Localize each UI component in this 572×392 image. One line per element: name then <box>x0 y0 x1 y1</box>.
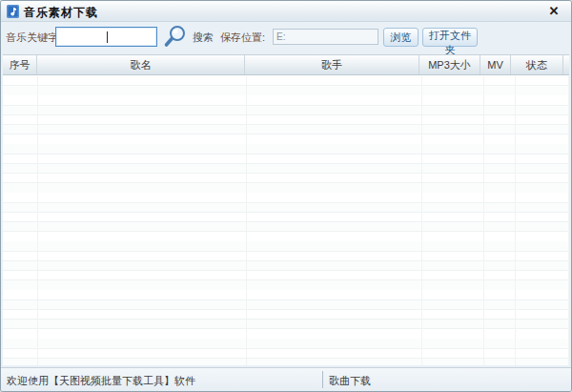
open-folder-button[interactable]: 打开文件夹 <box>422 28 478 47</box>
status-bar: 欢迎使用【天图视频批量下载工具】软件 歌曲下载 <box>1 367 571 391</box>
browse-button[interactable]: 浏览 <box>383 28 419 47</box>
status-welcome-text: 欢迎使用【天图视频批量下载工具】软件 <box>7 374 195 388</box>
window-title: 音乐素材下载 <box>24 5 98 21</box>
column-header-song-name[interactable]: 歌名 <box>37 55 245 74</box>
column-gridline <box>37 76 38 365</box>
column-header-index[interactable]: 序号 <box>3 55 37 74</box>
column-header-status[interactable]: 状态 <box>511 55 563 74</box>
status-download-text: 歌曲下载 <box>329 374 371 388</box>
column-header-filler <box>563 55 569 74</box>
column-header-mp3-size[interactable]: MP3大小 <box>419 55 480 74</box>
column-header-mv[interactable]: MV <box>480 55 511 74</box>
column-gridline <box>515 76 516 365</box>
text-caret <box>107 31 108 43</box>
table-body <box>3 76 569 365</box>
save-path-field[interactable]: E: <box>273 29 378 45</box>
app-window: 音乐素材下载 ✕ 音乐关键字: 搜索 保存位置: E: 浏览 打开文件夹 序号歌… <box>0 0 572 392</box>
column-gridline <box>483 76 484 365</box>
column-gridline <box>246 76 247 365</box>
close-button[interactable]: ✕ <box>545 3 562 20</box>
app-icon <box>7 5 19 18</box>
search-button[interactable]: 搜索 <box>193 31 214 45</box>
status-divider <box>322 371 323 388</box>
keyword-input[interactable] <box>55 27 157 47</box>
table-header: 序号歌名歌手MP3大小MV状态 <box>3 55 569 75</box>
column-gridline <box>568 76 569 365</box>
save-location-label: 保存位置: <box>220 31 265 45</box>
keyword-label: 音乐关键字: <box>6 31 61 45</box>
column-gridline <box>421 76 422 365</box>
title-bar: 音乐素材下载 ✕ <box>1 1 571 22</box>
song-table: 序号歌名歌手MP3大小MV状态 <box>3 54 569 365</box>
toolbar: 音乐关键字: 搜索 保存位置: E: 浏览 打开文件夹 <box>1 23 571 54</box>
search-magnifier-icon[interactable] <box>161 24 190 50</box>
column-header-artist[interactable]: 歌手 <box>245 55 419 74</box>
